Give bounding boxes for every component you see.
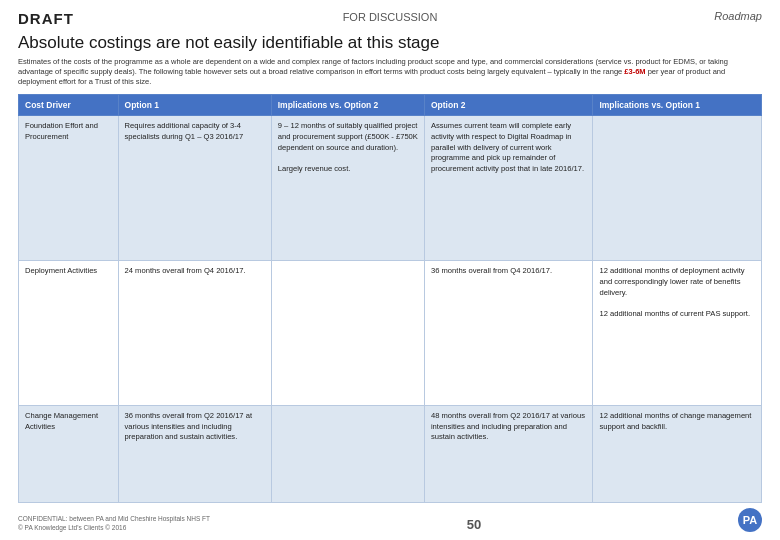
col-option2: Option 2 (424, 95, 593, 116)
col-impl-opt1: Implications vs. Option 1 (593, 95, 762, 116)
page-title: Absolute costings are not easily identif… (18, 33, 762, 53)
table-row: Deployment Activities24 months overall f… (19, 261, 762, 406)
page-number: 50 (467, 517, 481, 532)
cost-comparison-table: Cost Driver Option 1 Implications vs. Op… (18, 94, 762, 503)
col-option1: Option 1 (118, 95, 271, 116)
intro-highlight: £3-6M (624, 67, 645, 76)
page: DRAFT FOR DISCUSSION Roadmap Absolute co… (0, 0, 780, 540)
confidential-line1: CONFIDENTIAL: between PA and Mid Cheshir… (18, 514, 210, 523)
table-cell: 12 additional months of change managemen… (593, 406, 762, 503)
table-cell: Change Management Activities (19, 406, 119, 503)
table-cell: Deployment Activities (19, 261, 119, 406)
draft-label: DRAFT (18, 10, 74, 27)
table-header-row: Cost Driver Option 1 Implications vs. Op… (19, 95, 762, 116)
page-header: DRAFT FOR DISCUSSION Roadmap (18, 10, 762, 27)
table-cell (271, 261, 424, 406)
table-cell (593, 116, 762, 261)
for-discussion-label: FOR DISCUSSION (343, 11, 438, 23)
footer-confidential: CONFIDENTIAL: between PA and Mid Cheshir… (18, 514, 210, 532)
table-cell: 24 months overall from Q4 2016/17. (118, 261, 271, 406)
table-cell: 9 – 12 months of suitably qualified proj… (271, 116, 424, 261)
roadmap-label: Roadmap (714, 10, 762, 22)
table-cell: 12 additional months of deployment activ… (593, 261, 762, 406)
table-row: Change Management Activities36 months ov… (19, 406, 762, 503)
intro-text-before: Estimates of the costs of the programme … (18, 57, 728, 76)
page-footer: CONFIDENTIAL: between PA and Mid Cheshir… (18, 508, 762, 532)
col-cost-driver: Cost Driver (19, 95, 119, 116)
table-cell: Foundation Effort and Procurement (19, 116, 119, 261)
col-impl-opt2: Implications vs. Option 2 (271, 95, 424, 116)
intro-paragraph: Estimates of the costs of the programme … (18, 57, 762, 87)
confidential-line2: © PA Knowledge Ltd's Clients © 2016 (18, 523, 210, 532)
pa-logo: PA (738, 508, 762, 532)
table-cell: 36 months overall from Q4 2016/17. (424, 261, 593, 406)
table-row: Foundation Effort and ProcurementRequire… (19, 116, 762, 261)
table-cell: 48 months overall from Q2 2016/17 at var… (424, 406, 593, 503)
table-cell: 36 months overall from Q2 2016/17 at var… (118, 406, 271, 503)
table-cell: Assumes current team will complete early… (424, 116, 593, 261)
table-cell (271, 406, 424, 503)
table-cell: Requires additional capacity of 3-4 spec… (118, 116, 271, 261)
